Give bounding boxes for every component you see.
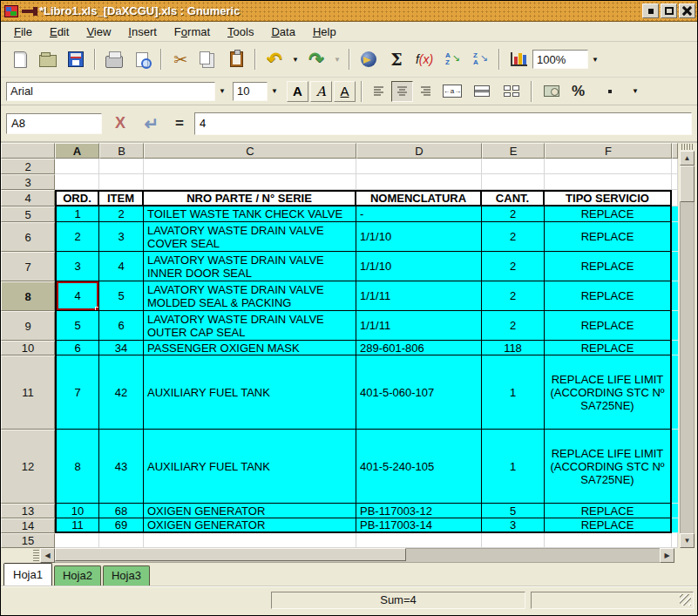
- app-icon[interactable]: [4, 5, 18, 17]
- cell-E9[interactable]: 2: [482, 311, 545, 341]
- cell-E5[interactable]: 2: [482, 206, 545, 222]
- cell-C4[interactable]: NRO PARTE / N° SERIE: [144, 190, 356, 206]
- horizontal-scroll-track[interactable]: [55, 548, 660, 563]
- cell-D7[interactable]: 1/1/10: [356, 252, 482, 281]
- cell-B15[interactable]: [99, 533, 144, 548]
- cell-E4[interactable]: CANT.: [482, 190, 545, 206]
- col-header-D[interactable]: D: [356, 143, 482, 159]
- cell-E2[interactable]: [482, 159, 545, 174]
- accept-edit-button[interactable]: ↵: [139, 112, 165, 136]
- col-header-C[interactable]: C: [144, 143, 356, 159]
- cell-A12[interactable]: 8: [55, 430, 99, 504]
- cell-E10[interactable]: 118: [482, 341, 545, 355]
- row-header-8[interactable]: 8: [1, 281, 55, 311]
- cell-F15[interactable]: [545, 533, 672, 548]
- cell-A10[interactable]: 6: [55, 341, 99, 355]
- cell-F14[interactable]: REPLACE: [545, 518, 672, 533]
- insert-function-button[interactable]: f(x): [410, 46, 438, 72]
- cell-D11[interactable]: 401-5-060-107: [356, 355, 482, 430]
- scroll-left-button[interactable]: ◀: [40, 548, 55, 563]
- pane-split-handle[interactable]: [681, 144, 694, 150]
- menu-item-file[interactable]: File: [6, 24, 40, 40]
- cell-C13[interactable]: OXIGEN GENERATOR: [144, 504, 356, 518]
- zoom-input[interactable]: 100%: [532, 50, 588, 69]
- paste-button[interactable]: [222, 46, 250, 72]
- center-across-selection-button[interactable]: ←a→: [438, 81, 466, 102]
- row-header-5[interactable]: 5: [1, 206, 55, 222]
- col-header-B[interactable]: B: [99, 143, 144, 159]
- cell-E13[interactable]: 5: [482, 504, 545, 518]
- new-file-button[interactable]: [6, 46, 34, 72]
- cell-C12[interactable]: AUXILIARY FUEL TANK: [144, 430, 356, 504]
- cell-A15[interactable]: [55, 533, 99, 548]
- cell-E8[interactable]: 2: [482, 281, 545, 311]
- align-left-button[interactable]: [368, 81, 390, 102]
- cell-C2[interactable]: [144, 159, 356, 174]
- col-header-A[interactable]: A: [55, 143, 99, 159]
- redo-dropdown-button[interactable]: ▼: [330, 46, 344, 72]
- align-right-button[interactable]: [415, 81, 437, 102]
- cell-C11[interactable]: AUXILIARY FUEL TANK: [144, 355, 356, 430]
- copy-button[interactable]: [194, 46, 222, 72]
- cell-F7[interactable]: REPLACE: [545, 252, 672, 281]
- cell-A7[interactable]: 3: [55, 252, 99, 281]
- cell-D3[interactable]: [356, 174, 482, 190]
- merge-cells-button[interactable]: [468, 81, 496, 102]
- cell-F6[interactable]: REPLACE: [545, 222, 672, 252]
- cell-B5[interactable]: 2: [99, 206, 144, 222]
- cell-B4[interactable]: ITEM: [99, 190, 144, 206]
- cell-D15[interactable]: [356, 533, 482, 548]
- menu-item-help[interactable]: Help: [305, 24, 344, 40]
- cell-B12[interactable]: 43: [99, 430, 144, 504]
- fill-handle[interactable]: [95, 307, 99, 311]
- cell-F4[interactable]: TIPO SERVICIO: [545, 190, 672, 206]
- row-header-7[interactable]: 7: [1, 252, 55, 281]
- pane-split-handle[interactable]: [33, 550, 39, 561]
- cell-F8[interactable]: REPLACE: [545, 281, 672, 311]
- cell-A5[interactable]: 1: [55, 206, 99, 222]
- row-header-15[interactable]: 15: [1, 533, 55, 548]
- row-header-11[interactable]: 11: [1, 355, 55, 430]
- pin-icon[interactable]: [22, 10, 34, 13]
- cell-name-box[interactable]: A8: [6, 113, 102, 134]
- cell-C10[interactable]: PASSENGER OXIGEN MASK: [144, 341, 356, 355]
- cell-E7[interactable]: 2: [482, 252, 545, 281]
- resize-grip[interactable]: [680, 594, 691, 606]
- menu-item-format[interactable]: Format: [166, 24, 218, 40]
- cell-D10[interactable]: 289-601-806: [356, 341, 482, 355]
- cell-F12[interactable]: REPLACE LIFE LIMIT (ACCORDING STC Nº SA7…: [545, 430, 672, 504]
- row-header-13[interactable]: 13: [1, 504, 55, 518]
- cell-A13[interactable]: 10: [55, 504, 99, 518]
- cell-E14[interactable]: 3: [482, 518, 545, 533]
- cell-E11[interactable]: 1: [482, 355, 545, 430]
- row-header-12[interactable]: 12: [1, 430, 55, 504]
- cell-B14[interactable]: 69: [99, 518, 144, 533]
- cell-B9[interactable]: 6: [99, 311, 144, 341]
- minimize-button[interactable]: [642, 3, 659, 18]
- col-header-E[interactable]: E: [482, 143, 545, 159]
- cell-B13[interactable]: 68: [99, 504, 144, 518]
- vertical-scrollbar[interactable]: ▲ ▼: [678, 143, 695, 548]
- cell-F9[interactable]: REPLACE: [545, 311, 672, 341]
- horizontal-scroll-thumb[interactable]: [55, 548, 406, 561]
- sheet-tab-hoja2[interactable]: Hoja2: [54, 565, 101, 586]
- cell-D12[interactable]: 401-5-240-105: [356, 430, 482, 504]
- cell-E12[interactable]: 1: [482, 430, 545, 504]
- scroll-down-button[interactable]: ▼: [680, 533, 695, 548]
- cell-D13[interactable]: PB-117003-12: [356, 504, 482, 518]
- cell-F11[interactable]: REPLACE LIFE LIMIT (ACCORDING STC Nº SA7…: [545, 355, 672, 430]
- open-file-button[interactable]: [34, 46, 62, 72]
- bold-button[interactable]: A: [287, 81, 308, 102]
- print-preview-button[interactable]: [128, 46, 156, 72]
- cell-D2[interactable]: [356, 159, 482, 174]
- select-all-corner[interactable]: [1, 143, 55, 159]
- cell-A9[interactable]: 5: [55, 311, 99, 341]
- font-size-dropdown-button[interactable]: ▼: [268, 82, 281, 101]
- cell-A6[interactable]: 2: [55, 222, 99, 252]
- cell-B2[interactable]: [99, 159, 144, 174]
- cell-C3[interactable]: [144, 174, 356, 190]
- save-button[interactable]: [62, 46, 90, 72]
- row-header-9[interactable]: 9: [1, 311, 55, 341]
- cell-C9[interactable]: LAVATORY WASTE DRAIN VALVE OUTER CAP SEA…: [144, 311, 356, 341]
- row-header-4[interactable]: 4: [1, 190, 55, 206]
